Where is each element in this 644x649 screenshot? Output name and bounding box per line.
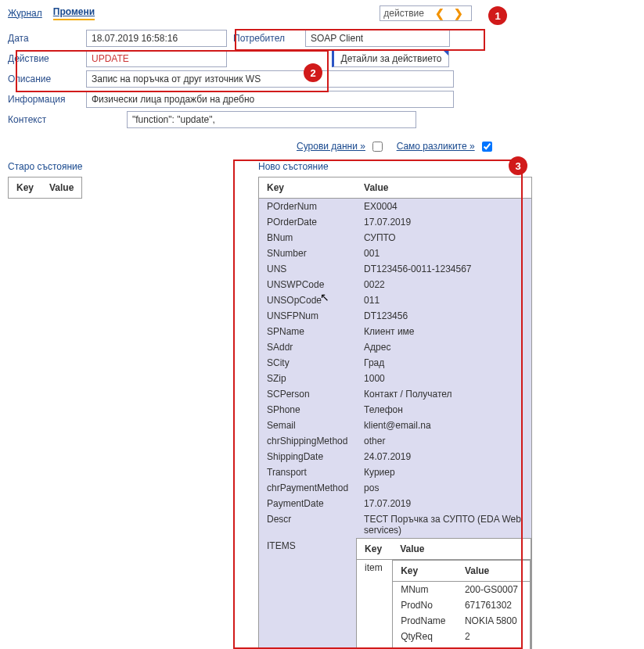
nav-next-icon[interactable]: ❯ [449,7,468,20]
table-cell-key: SCity [259,355,357,371]
table-cell-value: pos [356,480,531,496]
label-ctx: Контекст [8,113,86,127]
table-cell-value: ТЕСТ Поръчка за СУПТО (EDA Web services) [356,511,531,538]
table-cell-key: POrderNum [259,199,357,215]
table-cell-value: 17.07.2019 [356,214,531,230]
table-cell-value: NOKIA 5800 [457,613,531,629]
table-cell-key: SNumber [259,246,357,261]
diff-only-checkbox[interactable] [482,142,492,152]
item-label: item [357,560,393,649]
table-cell-value: 011 [356,292,531,308]
table-cell-value: 17.07.2019 [356,496,531,511]
table-cell-key: UNSOpCode [259,292,357,308]
table-cell-key: chrShippingMethod [259,433,357,449]
action-nav: действие ❮ ❯ [380,5,472,21]
annotation-marker-2: 2 [304,63,322,82]
raw-data-checkbox[interactable] [372,142,383,152]
tab-journal[interactable]: Журнал [8,8,42,19]
table-cell-key: ShippingDate [259,449,357,464]
table-cell-key: BNum [259,230,357,246]
table-cell-key: chrPaymentMethod [259,480,357,496]
table-cell-value: 671761302 [457,597,531,613]
field-desc: Запис на поръчка от друг източник WS [86,70,454,88]
annotation-marker-3: 3 [509,156,527,175]
table-cell-value: klient@email.na [356,418,531,433]
item-detail-table: Key Value MNum200-GS0007ProdNo671761302P… [392,560,531,649]
label-info: Информация [8,92,86,106]
table-cell-value: DT123456 [356,308,531,324]
table-cell-key: UNSFPNum [259,308,357,324]
table-cell-value: СУПТО [356,230,531,246]
raw-data-link[interactable]: Сурови данни » [297,141,365,152]
tab-changes[interactable]: Промени [53,6,95,20]
table-cell-value: 2 [457,629,531,644]
table-cell-key: ProdName [393,613,457,629]
field-date: 18.07.2019 16:58:16 [86,30,227,47]
table-cell-key: MNum [393,582,457,598]
field-info: Физически лица продажби на дребно [86,91,454,108]
table-cell-value: 80 [457,644,531,649]
table-cell-value: Контакт / Получател [356,386,531,402]
th-key: Key [259,177,357,199]
table-cell-key: SCPerson [259,386,357,402]
table-cell-key: Descr [259,511,357,538]
old-state-table: Key Value [8,177,82,199]
table-cell-value: 24.07.2019 [356,449,531,464]
state-toggles: Сурови данни » Само разликите » [8,141,503,152]
items-nested-table: Key Value item Key Value [356,538,531,649]
table-cell-key: PaymentDate [259,496,357,511]
table-cell-key: QtyReq [393,629,457,644]
nav-prev-icon[interactable]: ❮ [430,7,449,20]
table-cell-key: Price [393,644,457,649]
table-cell-value: 0022 [356,277,531,292]
table-cell-key: SAddr [259,339,357,355]
table-cell-value: Град [356,355,531,371]
table-cell-value: Клиент име [356,324,531,339]
action-details-button[interactable]: Детайли за действието [332,50,449,67]
label-action: Действие [8,52,86,66]
table-cell-key: Semail [259,418,357,433]
th-value: Value [457,561,531,582]
table-cell-value: DT123456-0011-1234567 [356,261,531,277]
label-user: Потребител [227,33,305,44]
table-cell-key: SZip [259,371,357,386]
table-cell-key: SPName [259,324,357,339]
th-value: Value [356,177,531,199]
table-cell-value: 1000 [356,371,531,386]
table-cell-key: Transport [259,464,357,480]
label-date: Дата [8,31,86,45]
table-cell-key: SPhone [259,402,357,418]
table-cell-value: Телефон [356,402,531,418]
th-key: Key [9,177,42,199]
th-key: Key [357,539,393,560]
table-cell-value: Куриер [356,464,531,480]
table-cell-key: POrderDate [259,214,357,230]
table-cell-value: other [356,433,531,449]
label-desc: Описание [8,72,86,86]
old-state-title: Старо състояние [8,161,110,172]
field-user: SOAP Client [305,30,450,47]
field-ctx: "function": "update", [127,111,416,128]
items-key: ITEMS [259,538,357,649]
new-state-table: Key Value POrderNumEX0004POrderDate17.07… [258,177,532,649]
th-value: Value [392,539,531,560]
table-cell-key: UNS [259,261,357,277]
table-cell-value: EX0004 [356,199,531,215]
table-cell-value: Адрес [356,339,531,355]
field-action: UPDATE [86,50,227,67]
nav-label: действие [383,8,424,19]
annotation-marker-1: 1 [488,6,507,25]
th-value: Value [41,177,82,199]
th-key: Key [393,561,457,582]
diff-only-link[interactable]: Само разликите » [397,141,475,152]
tabs-bar: Журнал Промени действие ❮ ❯ [8,5,636,22]
table-cell-value: 001 [356,246,531,261]
table-cell-key: UNSWPCode [259,277,357,292]
table-cell-key: ProdNo [393,597,457,613]
table-cell-value: 200-GS0007 [457,582,531,598]
new-state-title: Ново състояние [258,161,532,172]
